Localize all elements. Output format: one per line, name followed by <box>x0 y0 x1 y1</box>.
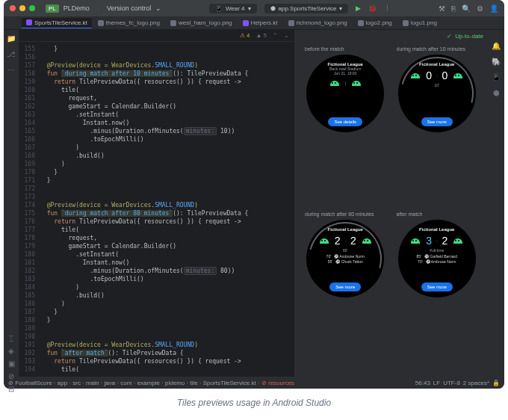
editor-tab[interactable]: Helpers.kt <box>238 18 282 28</box>
file-encoding[interactable]: UTF-8 <box>443 380 460 386</box>
run-button[interactable]: ▶ <box>356 4 361 12</box>
tile-preview: Fictional League3:2Full-time85'⚽ Garfiel… <box>398 220 476 297</box>
code-text[interactable]: } @Preview(device = WearDevices.SMALL_RO… <box>40 42 294 377</box>
chevron-down-icon: ⌄ <box>155 4 161 12</box>
caret-position[interactable]: 56:43 <box>415 380 430 386</box>
user-icon[interactable]: 👤 <box>489 4 498 13</box>
tile-action-button[interactable]: See more <box>421 282 453 291</box>
editor-tab[interactable]: logo2.png <box>353 18 397 28</box>
file-icon <box>170 20 176 26</box>
file-icon <box>243 20 249 26</box>
editor-tab[interactable]: logo1.png <box>398 18 442 28</box>
tile-action-button[interactable]: See details <box>328 117 362 126</box>
file-icon <box>358 20 364 26</box>
preview-cell[interactable]: after matchFictional League3:2Full-time8… <box>394 211 481 372</box>
team-logo-icon <box>452 71 464 80</box>
search-icon[interactable]: 🔍 <box>462 4 471 13</box>
indent-info[interactable]: 2 spaces* <box>463 380 489 386</box>
editor-tab[interactable]: SportsTileService.kt <box>22 18 92 28</box>
file-icon <box>288 20 294 26</box>
left-toolwindow-bar: 📁 ⎇ ⋯ <box>4 30 19 377</box>
device-selector[interactable]: 📱 Wear 4 ▾ <box>209 4 257 13</box>
device-manager-icon[interactable]: 📱 <box>492 73 501 81</box>
gutter-line-numbers: 155 156 157 158 159 160 161 162 163 164 … <box>19 42 40 377</box>
team-logo-icon <box>318 236 330 245</box>
team-logo-icon <box>350 78 362 87</box>
structure-tool-icon[interactable]: ⋯ <box>7 66 15 74</box>
run-config-selector[interactable]: ⬢ app.SportsTileService ▾ <box>264 4 349 13</box>
logcat-tool-icon[interactable]: ⊟ <box>8 385 14 389</box>
emulator-icon[interactable]: ⬢ <box>493 89 500 97</box>
ide-window: PL PLDemo › Version control ⌄ 📱 Wear 4 ▾… <box>4 0 504 389</box>
team-logo-icon <box>409 236 421 245</box>
debug-button[interactable]: 🐞 <box>368 4 377 12</box>
project-tool-icon[interactable]: 📁 <box>7 34 16 43</box>
tile-preview: Fictional League2:280'70'⚽ Ambrose Norm5… <box>306 220 384 297</box>
figure-caption: Tiles previews usage in Android Studio <box>0 398 508 408</box>
preview-cell[interactable]: during match after 80 minutesFictional L… <box>302 211 389 372</box>
more-actions-icon[interactable]: ⋮ <box>384 4 391 12</box>
preview-cell[interactable]: during match after 10 minutesFictional L… <box>394 46 481 207</box>
project-badge: PL <box>46 4 59 13</box>
titlebar: PL PLDemo › Version control ⌄ 📱 Wear 4 ▾… <box>4 0 504 16</box>
code-editor[interactable]: ⚠ 4 ▲ 5 ⌃⌄ 155 156 157 158 159 160 161 1… <box>19 30 294 377</box>
terminal-tool-icon[interactable]: ⌶ <box>9 334 13 342</box>
notifications-icon[interactable]: 🔔 <box>492 42 501 50</box>
tile-preview: Fictional League0:010'See more <box>398 55 476 132</box>
readonly-icon[interactable]: 🔒 <box>492 380 500 386</box>
team-logo-icon <box>361 236 373 245</box>
run-tool-icon[interactable]: ▣ <box>8 359 15 368</box>
preview-label: during match after 80 minutes <box>305 211 374 217</box>
file-icon <box>98 20 104 26</box>
project-name[interactable]: PLDemo <box>64 4 90 12</box>
git-icon[interactable]: ⎘ <box>451 4 456 13</box>
gradle-icon[interactable]: 🐘 <box>492 58 501 66</box>
editor-tab[interactable]: richmond_logo.png <box>284 18 352 28</box>
team-logo-icon <box>409 71 421 80</box>
team-logo-icon <box>329 78 341 87</box>
preview-label: during match after 10 minutes <box>397 46 466 52</box>
vcs-dropdown[interactable]: Version control <box>107 4 152 12</box>
settings-icon[interactable]: ⚙ <box>477 4 483 13</box>
window-controls[interactable] <box>10 5 35 11</box>
right-toolwindow-bar: 🔔 🐘 📱 ⬢ <box>488 30 504 377</box>
preview-label: after match <box>397 211 423 217</box>
preview-cell[interactable]: before the matchFictional LeagueBack roa… <box>302 46 389 207</box>
build-icon[interactable]: ⚒ <box>439 4 445 13</box>
team-logo-icon <box>452 236 464 245</box>
preview-label: before the match <box>305 46 344 52</box>
statusbar: ⊘ FootballScore › app › src › main › jav… <box>4 377 504 389</box>
editor-tab[interactable]: west_ham_logo.png <box>166 18 237 28</box>
git-tool-icon[interactable]: ◈ <box>8 347 14 355</box>
editor-tab[interactable]: themes_fc_logo.png <box>93 18 164 28</box>
inspections-widget[interactable]: ⚠ 4 ▲ 5 ⌃⌄ <box>19 30 294 42</box>
vcs-tool-icon[interactable]: ⎇ <box>7 50 16 58</box>
preview-panel: Up-to-date before the matchFictional Lea… <box>294 30 488 377</box>
preview-status: Up-to-date <box>294 30 488 42</box>
file-icon <box>26 19 32 25</box>
file-icon <box>403 20 409 26</box>
breadcrumb[interactable]: ⊘ FootballScore › app › src › main › jav… <box>8 380 294 386</box>
editor-tabs: SportsTileService.ktthemes_fc_logo.pngwe… <box>4 16 504 30</box>
line-separator[interactable]: LF <box>433 380 440 386</box>
tile-preview: Fictional LeagueBack road StadiumJun 21,… <box>306 55 384 132</box>
problems-tool-icon[interactable]: ⊘ <box>8 372 14 380</box>
